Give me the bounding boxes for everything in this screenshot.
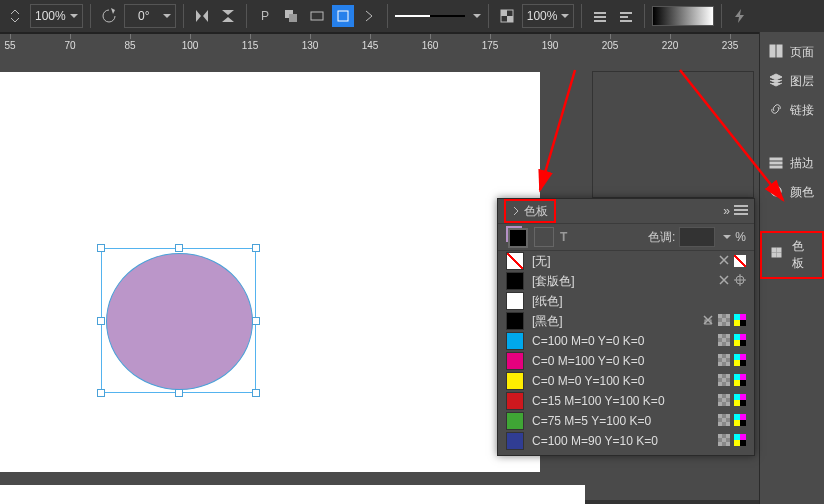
swatch-chip	[506, 392, 524, 410]
resize-handle-ne[interactable]	[252, 244, 260, 252]
resize-handle-nw[interactable]	[97, 244, 105, 252]
resize-handle-s[interactable]	[175, 389, 183, 397]
resize-handle-se[interactable]	[252, 389, 260, 397]
flip-horizontal-icon[interactable]	[191, 5, 213, 27]
opacity-icon[interactable]	[496, 5, 518, 27]
opacity-combo[interactable]: 100%	[522, 4, 575, 28]
chevron-right-icon[interactable]	[358, 5, 380, 27]
swatches-tab-label: 色板	[524, 203, 548, 220]
grid-icon	[718, 374, 730, 389]
swatch-row[interactable]: [黑色]	[498, 311, 754, 331]
arrange-icon[interactable]	[280, 5, 302, 27]
sidebar-item-swatches[interactable]: 色板	[760, 231, 824, 279]
svg-rect-97	[734, 440, 740, 446]
stroke-chevron-icon[interactable]	[473, 14, 481, 18]
effects-icon-1[interactable]	[589, 5, 611, 27]
resize-handle-e[interactable]	[252, 317, 260, 325]
frame-fill-icon[interactable]	[332, 5, 354, 27]
sidebar-item-links[interactable]: 链接	[760, 96, 824, 125]
fill-stroke-proxy[interactable]	[506, 226, 528, 248]
swatches-icon	[770, 246, 786, 265]
sidebar-label: 颜色	[790, 184, 814, 201]
swatch-chip	[506, 432, 524, 450]
swatch-name: [套版色]	[532, 273, 710, 290]
sidebar-item-layers[interactable]: 图层	[760, 67, 824, 96]
sidebar-item-color[interactable]: 颜色	[760, 178, 824, 207]
svg-rect-46	[740, 334, 746, 340]
svg-rect-51	[726, 354, 730, 358]
flip-vertical-icon[interactable]	[217, 5, 239, 27]
stroke-swatch[interactable]	[395, 7, 465, 25]
effects-icon-2[interactable]	[615, 5, 637, 27]
svg-rect-45	[734, 334, 740, 340]
svg-rect-83	[718, 422, 722, 426]
svg-rect-16	[770, 158, 782, 160]
swatch-name: C=100 M=90 Y=10 K=0	[532, 434, 710, 448]
document-page[interactable]	[0, 72, 540, 472]
swatch-list[interactable]: [无][套版色][纸色][黑色]C=100 M=0 Y=0 K=0C=0 M=1…	[498, 251, 754, 455]
ruler-label: 235	[722, 40, 739, 51]
ruler-label: 160	[422, 40, 439, 51]
swatch-row[interactable]: C=100 M=0 Y=0 K=0	[498, 331, 754, 351]
svg-rect-8	[594, 12, 606, 14]
svg-rect-85	[734, 414, 740, 420]
ruler-label: 115	[242, 40, 259, 51]
svg-rect-86	[740, 414, 746, 420]
svg-rect-25	[734, 209, 748, 211]
svg-rect-87	[734, 420, 740, 426]
svg-rect-6	[501, 10, 507, 16]
swatch-options-row: T 色调: %	[498, 224, 754, 251]
swatch-name: C=75 M=5 Y=100 K=0	[532, 414, 710, 428]
svg-rect-11	[620, 12, 632, 14]
swatches-tab[interactable]: 色板	[504, 199, 556, 223]
tint-input[interactable]	[679, 227, 715, 247]
swatch-name: C=0 M=100 Y=0 K=0	[532, 354, 710, 368]
zoom-value: 100%	[35, 9, 66, 23]
swatch-row[interactable]: C=0 M=100 Y=0 K=0	[498, 351, 754, 371]
ruler-label: 130	[302, 40, 319, 51]
sidebar-item-page[interactable]: 页面	[760, 38, 824, 67]
swatch-row[interactable]: [套版色]	[498, 271, 754, 291]
swatches-panel[interactable]: 色板 » T 色调: % [无][套版色][纸色][黑色]C=100 M=0 Y…	[497, 198, 755, 456]
resize-handle-sw[interactable]	[97, 389, 105, 397]
text-formatting-icon[interactable]: T	[560, 230, 567, 244]
ruler-label: 190	[542, 40, 559, 51]
swatch-row[interactable]: C=0 M=0 Y=100 K=0	[498, 371, 754, 391]
selected-ellipse[interactable]	[101, 248, 256, 393]
swatch-row[interactable]: [纸色]	[498, 291, 754, 311]
reg-icon	[734, 274, 746, 289]
svg-rect-33	[718, 322, 722, 326]
horizontal-ruler[interactable]: 557085100115130145160175190205220235250	[0, 33, 824, 62]
swatch-name: C=100 M=0 Y=0 K=0	[532, 334, 710, 348]
cmyk-icon	[734, 314, 746, 329]
swatch-chip	[506, 272, 524, 290]
swatch-row[interactable]: C=15 M=100 Y=100 K=0	[498, 391, 754, 411]
xlock-icon	[702, 314, 714, 329]
sidebar-label: 描边	[790, 155, 814, 172]
color-icon	[768, 183, 784, 202]
swatch-row[interactable]: C=75 M=5 Y=100 K=0	[498, 411, 754, 431]
stepper-up-down-icon[interactable]	[4, 5, 26, 27]
resize-handle-n[interactable]	[175, 244, 183, 252]
anchor-point-icon[interactable]: P	[254, 5, 276, 27]
thunderbolt-icon[interactable]	[729, 5, 751, 27]
container-formatting-icon[interactable]	[534, 227, 554, 247]
svg-rect-7	[507, 16, 513, 22]
svg-rect-67	[734, 380, 740, 386]
swatch-row[interactable]: C=100 M=90 Y=10 K=0	[498, 431, 754, 451]
sidebar-item-stroke[interactable]: 描边	[760, 149, 824, 178]
svg-rect-76	[740, 394, 746, 400]
svg-rect-36	[740, 314, 746, 320]
transform-icon[interactable]	[306, 5, 328, 27]
rotate-icon[interactable]	[98, 5, 120, 27]
panel-menu-icon[interactable]	[734, 203, 748, 220]
resize-handle-w[interactable]	[97, 317, 105, 325]
swatch-row[interactable]: [无]	[498, 251, 754, 271]
rotation-combo[interactable]: 0°	[124, 4, 176, 28]
svg-rect-54	[726, 362, 730, 366]
svg-rect-9	[594, 16, 606, 18]
panel-collapse-icon[interactable]: »	[723, 204, 728, 218]
gradient-swatch[interactable]	[652, 6, 714, 26]
zoom-combo[interactable]: 100%	[30, 4, 83, 28]
svg-rect-34	[726, 322, 730, 326]
